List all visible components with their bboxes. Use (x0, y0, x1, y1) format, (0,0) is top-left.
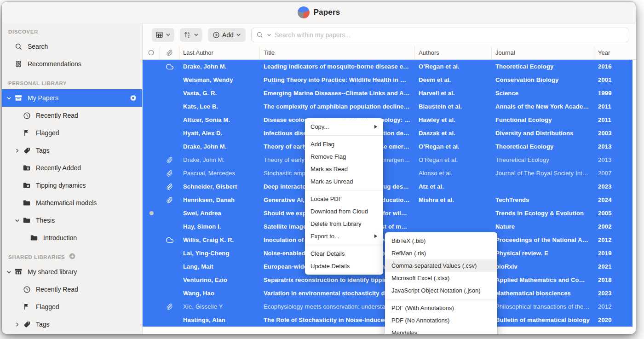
add-button[interactable]: Add (208, 28, 246, 42)
table-row[interactable]: Weisman, WendyPutting Theory into Practi… (143, 73, 632, 86)
cell-journal: Bulletin of mathematical biology (492, 316, 594, 323)
gear-icon[interactable] (129, 94, 137, 102)
sidebar-item-my-papers[interactable]: My Papers (2, 89, 142, 107)
chevron-down-icon[interactable] (5, 270, 13, 275)
menu-item-add-flag[interactable]: Add Flag (305, 138, 383, 150)
add-shared-library-icon[interactable] (69, 253, 76, 260)
menu-item-pdf-with-annotations[interactable]: PDF (With Annotations) (385, 302, 497, 314)
sidebar-item-label: Recently Added (36, 164, 81, 172)
sort-button[interactable]: AZ (180, 28, 202, 42)
cloud-icon (166, 63, 173, 70)
menu-item-javascript-object-notation-json[interactable]: JavaScript Object Notation (.json) (385, 284, 497, 297)
chevron-right-icon[interactable] (13, 148, 21, 153)
search-icon (13, 43, 24, 51)
column-header-paperclip[interactable] (160, 46, 179, 59)
column-header-label: Year (598, 49, 610, 56)
menu-item-pdf-no-annotations[interactable]: PDF (No Annotations) (385, 314, 497, 327)
menu-item-microsoft-excel-xlsx[interactable]: Microsoft Excel (.xlsx) (385, 272, 497, 284)
view-options-button[interactable] (152, 28, 174, 42)
cell-authors: O’Regan et al. (415, 156, 492, 163)
cell-last-author: Schneider, Gisbert (179, 183, 260, 190)
section-label-text: PERSONAL LIBRARY (8, 80, 67, 86)
cell-last-author: Wang, Hao (179, 290, 260, 297)
submenu-arrow-icon (374, 125, 378, 129)
table-view-icon (155, 31, 163, 39)
table-row[interactable]: Drake, John M.Theory of early warning si… (143, 153, 632, 167)
menu-item-mark-as-read[interactable]: Mark as Read (305, 163, 383, 175)
menu-item-label: Locate PDF (310, 195, 342, 202)
table-row[interactable]: Drake, John M.Theory of early warning si… (143, 140, 632, 153)
sidebar-item-recently-read[interactable]: Recently Read (2, 107, 142, 124)
sidebar-item-flagged[interactable]: Flagged (2, 124, 142, 142)
menu-item-mark-as-unread[interactable]: Mark as Unread (305, 175, 383, 188)
sidebar-item-thesis[interactable]: Thesis (2, 212, 142, 229)
menu-item-clear-details[interactable]: Clear Details (305, 247, 383, 260)
sidebar-item-tags[interactable]: Tags (2, 142, 142, 159)
cell-year: 2013 (594, 143, 632, 150)
cell-journal: Science (492, 90, 594, 97)
paperclip-icon (167, 184, 173, 190)
cell-year: 2011 (594, 103, 632, 110)
menu-item-download-from-cloud[interactable]: Download from Cloud (305, 205, 383, 218)
menu-item-bibtex-bib[interactable]: BibTeX (.bib) (385, 235, 497, 247)
table-row[interactable]: Kats, Lee B.The complexity of amphibian … (143, 100, 632, 113)
table-row[interactable]: Altizer, Sonia M.Disease ecology meets e… (143, 113, 632, 126)
sidebar-item-recently-added[interactable]: Recently Added (2, 159, 142, 177)
sidebar-item-tipping-dynamics[interactable]: Tipping dynamics (2, 177, 142, 194)
column-header-last-author[interactable]: Last Author (179, 46, 260, 59)
column-header-journal[interactable]: Journal (492, 46, 594, 59)
sidebar-item-flagged[interactable]: Flagged (2, 298, 142, 316)
table-row[interactable]: Vasta, G. R.Emerging Marine Diseases--Cl… (143, 86, 632, 100)
sidebar-item-label: Flagged (36, 303, 59, 310)
sidebar-item-recently-read[interactable]: Recently Read (2, 281, 142, 298)
read-indicator-cell (143, 211, 160, 215)
cell-last-author: Drake, John M. (179, 63, 260, 70)
sidebar-item-mathematical-models[interactable]: Mathematical models (2, 194, 142, 212)
table-row[interactable]: Hyatt, Alex D.Infectious disease and amp… (143, 126, 632, 140)
menu-item-delete-from-library[interactable]: Delete from Library (305, 218, 383, 230)
menu-item-locate-pdf[interactable]: Locate PDF (305, 193, 383, 205)
column-header-authors[interactable]: Authors (415, 46, 492, 59)
menu-item-comma-separated-values-csv[interactable]: Comma-separated Values (.csv) (385, 259, 497, 272)
cell-journal: Annals of the New York Academy of Scienc… (492, 103, 594, 110)
attachment-cell (160, 184, 179, 190)
shared-library-icon (13, 268, 24, 276)
menu-item-export-to[interactable]: Export to... (305, 230, 383, 242)
menu-item-label: Update Details (310, 263, 350, 270)
paperclip-icon (167, 157, 173, 163)
sidebar-item-search[interactable]: Search (2, 38, 142, 55)
table-row[interactable]: Drake, John M.Leading indicators of mosq… (143, 60, 632, 73)
chevron-down-icon[interactable] (13, 218, 21, 223)
table-row[interactable]: Hay, Simon I.Satellite imagery in the st… (143, 220, 632, 233)
table-row[interactable]: Pascual, MercedesStochastic amplificatio… (143, 167, 632, 180)
chevron-down-icon (166, 32, 171, 37)
menu-item-copy[interactable]: Copy... (305, 121, 383, 133)
table-row[interactable]: Schneider, GisbertDeep interactome learn… (143, 180, 632, 193)
search-scope-chevron-icon[interactable] (267, 33, 271, 37)
cell-journal: Proceedings of the National Academy of S… (492, 236, 594, 243)
cell-title: Putting Theory into Practice: Wildlife H… (260, 76, 415, 83)
sidebar-item-label: Recently Read (36, 286, 78, 293)
sidebar-item-my-shared-library[interactable]: My shared library (2, 263, 142, 281)
cell-year: 2002 (594, 223, 632, 230)
menu-item-remove-flag[interactable]: Remove Flag (305, 150, 383, 163)
sidebar-item-tags[interactable]: Tags (2, 316, 142, 333)
chevron-right-icon[interactable] (13, 322, 21, 327)
menu-item-mendeley[interactable]: Mendeley (385, 327, 497, 334)
titlebar: Papers (2, 2, 636, 23)
search-input[interactable]: Search within my papers... (251, 28, 629, 42)
menu-item-refman-ris[interactable]: RefMan (.ris) (385, 247, 497, 259)
column-header-title[interactable]: Title (260, 46, 415, 59)
table-row[interactable]: Henriksen, DanahGenerative AI, Teacher K… (143, 193, 632, 207)
menu-item-label: Delete from Library (310, 220, 362, 227)
sidebar-item-recommendations[interactable]: Recommendations (2, 55, 142, 73)
sidebar-item-introduction[interactable]: Introduction (2, 229, 142, 247)
cell-last-author: Henriksen, Danah (179, 196, 260, 203)
papers-app-icon (298, 6, 310, 18)
paperclip-icon (167, 170, 173, 177)
chevron-down-icon[interactable] (5, 96, 13, 101)
table-row[interactable]: Swei, AndreaShould we expect population … (143, 207, 632, 220)
column-header-year[interactable]: Year (594, 46, 636, 59)
column-header-circle[interactable] (143, 46, 160, 59)
menu-item-update-details[interactable]: Update Details (305, 260, 383, 272)
